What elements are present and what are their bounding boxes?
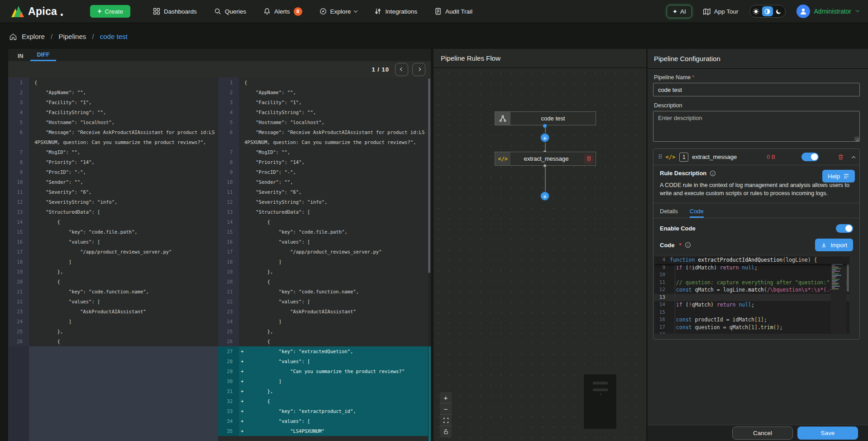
lock-button[interactable] (440, 426, 452, 437)
diff-line: 7 "MsgID": "", (8, 147, 218, 157)
flow-node-label: code test (510, 112, 596, 125)
pipeline-configuration-panel: Pipeline Configuration Pipeline Name* De… (648, 49, 868, 441)
rule-card: ⠿ </> 1 extract_message 0 B Rule Descrip… (653, 149, 860, 340)
navbar-right: ✦ AI App Tour (667, 5, 859, 18)
home-icon[interactable] (9, 33, 17, 41)
nav-item-dashboards[interactable]: Dashboards (153, 8, 197, 15)
theme-light-button[interactable] (751, 6, 762, 16)
nav-item-explore[interactable]: Explore (320, 8, 358, 15)
diff-line: 23 "AskProductAIAssistant" (218, 307, 428, 316)
nav-item-alerts[interactable]: Alerts8 (263, 7, 302, 16)
add-rule-button[interactable]: + (540, 133, 550, 143)
code-icon: </> (666, 154, 676, 160)
nav-item-queries[interactable]: Queries (214, 8, 246, 15)
rule-bytes-badge: 0 B (767, 154, 775, 160)
editor-scrollbar[interactable] (846, 256, 849, 334)
diff-line: 19 }, (218, 267, 428, 277)
breadcrumb-separator: / (49, 33, 55, 40)
diff-line-added: 31+ }, (218, 386, 428, 396)
diff-viewer[interactable]: 1{2 "AppName": "",3 "Facility": "1",4 "F… (8, 77, 431, 441)
chevron-down-icon (856, 8, 859, 12)
chevron-left-icon (400, 67, 403, 71)
app-tour-button[interactable]: App Tour (703, 8, 739, 15)
editor-minimap[interactable] (831, 256, 846, 334)
tab-code[interactable]: Code (690, 208, 704, 218)
diff-line: 3 "Facility": "1", (8, 97, 218, 107)
diff-line: 18 ] (218, 257, 428, 267)
breadcrumb-separator: / (90, 33, 96, 40)
diff-line: 16 "values": [ (8, 237, 218, 247)
flow-canvas[interactable]: code test + </> extract_message + + − (434, 68, 646, 441)
diff-line: 5 "Hostname": "localhost", (218, 117, 428, 127)
import-button[interactable]: Import (815, 239, 853, 251)
diff-line: 21 "key": "code.function.name", (218, 287, 428, 297)
breadcrumb-link-explore[interactable]: Explore (22, 33, 45, 40)
flow-node-source[interactable]: code test (495, 111, 596, 125)
diff-scrollbar-thumb[interactable] (428, 78, 430, 273)
diff-line: 11 "Severity": "6", (218, 187, 428, 197)
code-editor[interactable]: 4function extractProductIdAndQuestion(lo… (654, 256, 849, 334)
delete-rule-button[interactable] (838, 154, 844, 160)
enable-code-toggle[interactable] (836, 224, 853, 233)
diff-filler (8, 346, 218, 441)
diff-line: 26 { (8, 336, 218, 346)
resize-grip-icon[interactable] (854, 137, 859, 141)
sparkle-icon: ✦ (672, 8, 677, 15)
create-button[interactable]: + Create (90, 5, 130, 18)
diff-line-added: 30+ ] (218, 376, 428, 386)
ai-button[interactable]: ✦ AI (667, 5, 692, 18)
nav-item-label: Audit Trail (445, 8, 472, 15)
pager-prev-button[interactable] (395, 63, 408, 76)
help-button[interactable]: Help (822, 170, 855, 182)
breadcrumb-link-pipelines[interactable]: Pipelines (58, 33, 86, 40)
queries-icon (214, 8, 221, 15)
diff-line: 13 "StructuredData": [ (218, 207, 428, 217)
diff-line: 22 "values": [ (8, 297, 218, 307)
map-icon (703, 8, 711, 15)
editor-line: 14 if (!qMatch) return null; (654, 301, 849, 309)
chevron-down-icon (354, 9, 358, 12)
diff-line: 22 "values": [ (218, 297, 428, 307)
diff-line: 16 "values": [ (218, 237, 428, 247)
theme-auto-button[interactable] (762, 6, 773, 16)
rule-card-header[interactable]: ⠿ </> 1 extract_message 0 B (653, 149, 859, 165)
apica-logo[interactable]: Apica (10, 5, 63, 18)
zoom-in-button[interactable]: + (440, 392, 452, 403)
theme-dark-button[interactable] (773, 6, 784, 16)
diff-line-added: 32+ { (218, 396, 428, 406)
drag-handle-icon[interactable]: ⠿ (658, 153, 662, 160)
node-handle[interactable] (543, 124, 547, 128)
diff-line: 20 { (218, 277, 428, 287)
tab-details[interactable]: Details (660, 208, 678, 218)
add-rule-button[interactable]: + (540, 191, 550, 201)
audit-trail-icon (434, 8, 442, 15)
editor-line: 4function extractProductIdAndQuestion(lo… (654, 256, 849, 264)
rule-tab-bar: Details Code (653, 203, 859, 218)
minimap-node (593, 388, 608, 391)
description-textarea[interactable] (653, 111, 860, 142)
nav-item-integrations[interactable]: Integrations (374, 8, 417, 15)
main-nav: DashboardsQueriesAlerts8ExploreIntegrati… (153, 7, 472, 16)
diff-line: 21 "key": "code.function.name", (8, 287, 218, 297)
nav-item-label: Queries (225, 8, 246, 15)
pager-next-button[interactable] (412, 63, 425, 76)
fit-view-button[interactable] (440, 415, 452, 426)
cancel-button[interactable]: Cancel (732, 427, 793, 440)
zoom-out-button[interactable]: − (440, 403, 452, 415)
diff-line: 7 "MsgID": "", (218, 147, 428, 157)
collapse-rule-button[interactable] (852, 156, 855, 159)
nav-item-audit-trail[interactable]: Audit Trail (434, 8, 472, 15)
editor-line: 12 const qMatch = logLine.match(/\bquest… (654, 286, 849, 294)
save-button[interactable]: Save (797, 427, 858, 440)
rule-enabled-toggle[interactable] (801, 153, 819, 161)
diff-scrollbar[interactable] (428, 77, 431, 441)
tab-in[interactable]: IN (11, 51, 30, 61)
node-handle[interactable] (543, 164, 547, 168)
delete-node-button[interactable] (582, 152, 596, 165)
diff-line: 6 "Message": "Receive AskProductAIAssist… (218, 127, 428, 147)
breadcrumb-link-code-test[interactable]: code test (100, 33, 128, 40)
flow-minimap[interactable] (584, 374, 616, 429)
user-menu[interactable]: Administrator (796, 5, 859, 18)
pipeline-name-input[interactable] (653, 83, 860, 96)
tab-diff[interactable]: DIFF (30, 49, 57, 61)
